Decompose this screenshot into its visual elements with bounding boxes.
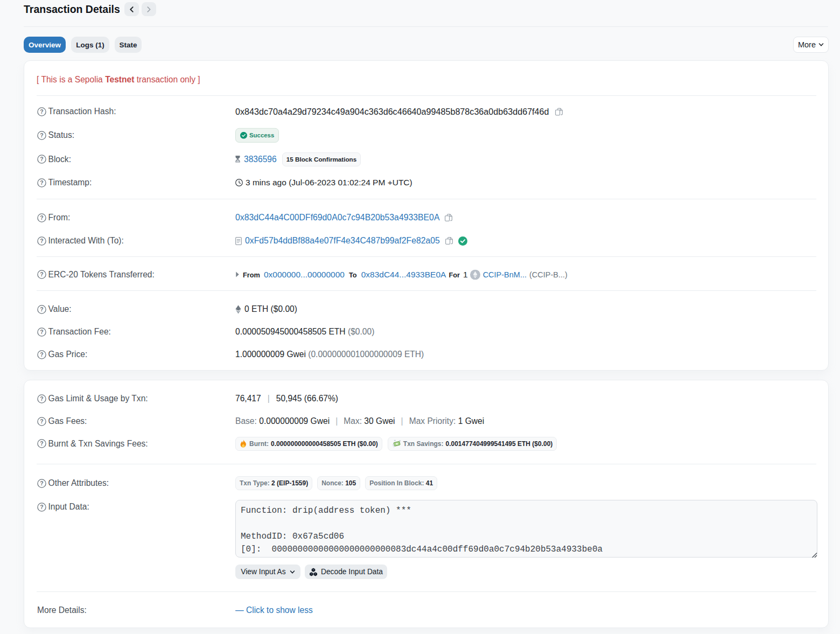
svg-text:?: ? xyxy=(40,329,43,335)
svg-text:?: ? xyxy=(40,480,43,486)
svg-text:?: ? xyxy=(40,179,43,186)
svg-text:?: ? xyxy=(40,214,43,221)
svg-text:?: ? xyxy=(40,440,43,447)
svg-text:?: ? xyxy=(40,395,43,402)
svg-text:?: ? xyxy=(40,418,43,424)
svg-text:?: ? xyxy=(40,504,43,510)
svg-text:?: ? xyxy=(40,306,43,312)
svg-text:?: ? xyxy=(40,351,43,358)
svg-text:?: ? xyxy=(40,156,43,162)
svg-text:?: ? xyxy=(40,271,43,277)
svg-text:?: ? xyxy=(40,238,43,244)
svg-text:?: ? xyxy=(40,132,43,138)
svg-text:?: ? xyxy=(40,108,43,115)
